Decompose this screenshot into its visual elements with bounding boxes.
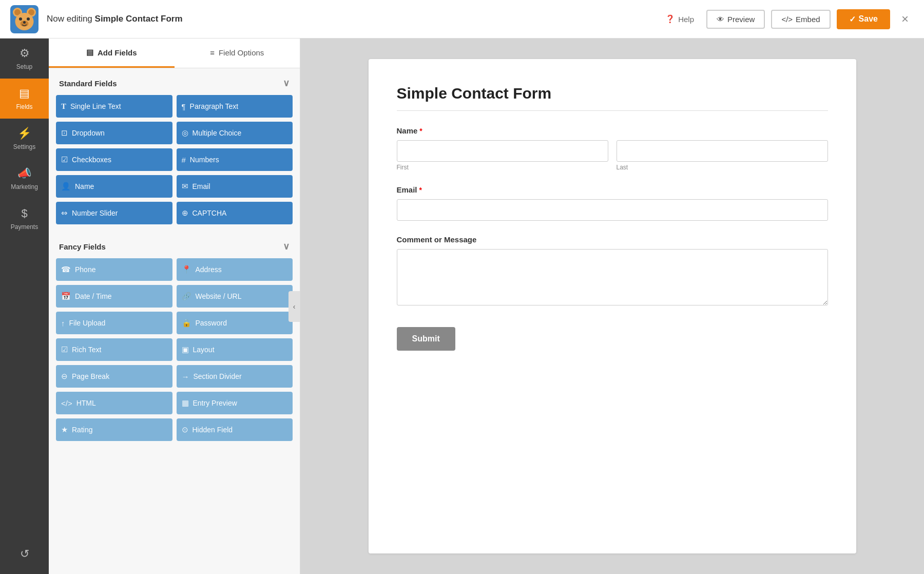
- page-break-icon: ⊖: [61, 372, 68, 381]
- svg-point-9: [23, 21, 26, 24]
- calendar-icon: 📅: [61, 292, 71, 301]
- svg-point-6: [19, 17, 22, 21]
- settings-icon: ⚡: [17, 127, 31, 140]
- help-button[interactable]: ❓ Help: [659, 10, 700, 28]
- form-preview-area: Simple Contact Form Name * First Last: [300, 39, 924, 574]
- field-website-url[interactable]: 🔗 Website / URL: [177, 285, 293, 308]
- undo-icon: ↺: [20, 547, 29, 561]
- fields-icon: ▤: [19, 87, 30, 100]
- sidebar-item-label: Setup: [16, 63, 32, 70]
- close-button[interactable]: ×: [896, 10, 914, 28]
- star-icon: ★: [61, 425, 68, 434]
- embed-button[interactable]: </> Embed: [771, 10, 830, 29]
- field-email[interactable]: ✉ Email: [177, 175, 293, 198]
- name-label: Name *: [397, 126, 828, 135]
- link-icon: 🔗: [182, 292, 191, 301]
- last-name-wrap: Last: [617, 140, 828, 171]
- field-single-line-text[interactable]: 𝐓 Single Line Text: [56, 95, 172, 118]
- preview-button[interactable]: 👁 Preview: [706, 10, 765, 29]
- lock-icon: 🔒: [182, 318, 191, 328]
- field-dropdown[interactable]: ⊡ Dropdown: [56, 122, 172, 144]
- field-options-icon: ≡: [210, 48, 215, 57]
- last-name-input[interactable]: [617, 140, 828, 162]
- field-number-slider[interactable]: ⇔ Number Slider: [56, 202, 172, 224]
- field-date-time[interactable]: 📅 Date / Time: [56, 285, 172, 308]
- field-address[interactable]: 📍 Address: [177, 258, 293, 281]
- field-checkboxes[interactable]: ☑ Checkboxes: [56, 148, 172, 171]
- sidebar-item-label: Fields: [16, 103, 32, 110]
- layout-icon: ▣: [182, 345, 189, 354]
- fancy-fields-grid: ☎ Phone 📍 Address 📅 Date / Time 🔗 Websit…: [49, 258, 300, 448]
- hidden-field-icon: ⊙: [182, 425, 188, 434]
- panel-collapse-button[interactable]: ‹: [288, 291, 300, 322]
- name-icon: 👤: [61, 182, 71, 191]
- main-layout: ⚙ Setup ▤ Fields ⚡ Settings 📣 Marketing …: [0, 39, 924, 574]
- standard-fields-header[interactable]: Standard Fields ∨: [49, 68, 300, 95]
- field-phone[interactable]: ☎ Phone: [56, 258, 172, 281]
- tab-add-fields[interactable]: ▤ Add Fields: [49, 39, 175, 68]
- form-card: Simple Contact Form Name * First Last: [369, 59, 856, 553]
- field-numbers[interactable]: # Numbers: [177, 148, 293, 171]
- checkboxes-icon: ☑: [61, 155, 68, 164]
- sidebar-item-label: Payments: [11, 223, 38, 231]
- name-inputs: First Last: [397, 140, 828, 171]
- dropdown-icon: ⊡: [61, 128, 68, 138]
- email-input[interactable]: [397, 199, 828, 221]
- code-icon: </>: [781, 15, 793, 24]
- marketing-icon: 📣: [17, 167, 31, 180]
- field-rich-text[interactable]: ☑ Rich Text: [56, 338, 172, 361]
- entry-preview-icon: ▦: [182, 398, 189, 408]
- captcha-icon: ⊕: [182, 208, 188, 218]
- sidebar-item-marketing[interactable]: 📣 Marketing: [0, 159, 49, 199]
- sidebar-item-setup[interactable]: ⚙ Setup: [0, 39, 49, 79]
- field-captcha[interactable]: ⊕ CAPTCHA: [177, 202, 293, 224]
- sidebar-item-label: Marketing: [11, 183, 38, 190]
- sidebar-item-settings[interactable]: ⚡ Settings: [0, 119, 49, 159]
- topbar-title: Now editing Simple Contact Form: [47, 14, 651, 24]
- chevron-down-icon: ∨: [283, 78, 290, 89]
- first-name-input[interactable]: [397, 140, 608, 162]
- required-indicator: *: [419, 127, 422, 135]
- field-html[interactable]: </> HTML: [56, 392, 172, 414]
- sidebar-item-payments[interactable]: $ Payments: [0, 199, 49, 239]
- setup-icon: ⚙: [20, 47, 30, 60]
- save-button[interactable]: ✓ Save: [837, 9, 890, 29]
- standard-fields-grid: 𝐓 Single Line Text ¶ Paragraph Text ⊡ Dr…: [49, 95, 300, 232]
- field-page-break[interactable]: ⊖ Page Break: [56, 365, 172, 388]
- field-section-divider[interactable]: → Section Divider: [177, 365, 293, 388]
- upload-icon: ↑: [61, 319, 65, 328]
- field-file-upload[interactable]: ↑ File Upload: [56, 312, 172, 334]
- fields-panel: ▤ Add Fields ≡ Field Options Standard Fi…: [49, 39, 300, 574]
- single-line-icon: 𝐓: [61, 102, 66, 111]
- topbar: Now editing Simple Contact Form ❓ Help 👁…: [0, 0, 924, 39]
- undo-button[interactable]: ↺: [0, 539, 49, 569]
- field-password[interactable]: 🔒 Password: [177, 312, 293, 334]
- field-name[interactable]: 👤 Name: [56, 175, 172, 198]
- icon-nav: ⚙ Setup ▤ Fields ⚡ Settings 📣 Marketing …: [0, 39, 49, 574]
- rich-text-icon: ☑: [61, 345, 68, 354]
- fancy-fields-header[interactable]: Fancy Fields ∨: [49, 232, 300, 258]
- tab-field-options[interactable]: ≡ Field Options: [175, 39, 300, 68]
- sidebar-item-label: Settings: [13, 143, 35, 150]
- comment-label: Comment or Message: [397, 235, 828, 244]
- submit-button[interactable]: Submit: [397, 327, 455, 351]
- field-layout[interactable]: ▣ Layout: [177, 338, 293, 361]
- comment-textarea[interactable]: [397, 249, 828, 305]
- panel-tabs: ▤ Add Fields ≡ Field Options: [49, 39, 300, 68]
- field-hidden-field[interactable]: ⊙ Hidden Field: [177, 418, 293, 441]
- field-rating[interactable]: ★ Rating: [56, 418, 172, 441]
- form-field-name: Name * First Last: [397, 126, 828, 171]
- close-icon: ×: [901, 12, 909, 26]
- email-label: Email *: [397, 185, 828, 194]
- chevron-down-icon: ∨: [283, 241, 290, 252]
- sidebar-item-fields[interactable]: ▤ Fields: [0, 79, 49, 119]
- form-title: Simple Contact Form: [397, 85, 828, 102]
- numbers-icon: #: [182, 156, 186, 164]
- add-fields-icon: ▤: [86, 48, 93, 57]
- field-entry-preview[interactable]: ▦ Entry Preview: [177, 392, 293, 414]
- field-multiple-choice[interactable]: ◎ Multiple Choice: [177, 122, 293, 144]
- app-logo: [10, 5, 38, 33]
- slider-icon: ⇔: [61, 208, 68, 218]
- topbar-actions: ❓ Help 👁 Preview </> Embed ✓ Save ×: [659, 9, 914, 29]
- field-paragraph-text[interactable]: ¶ Paragraph Text: [177, 95, 293, 118]
